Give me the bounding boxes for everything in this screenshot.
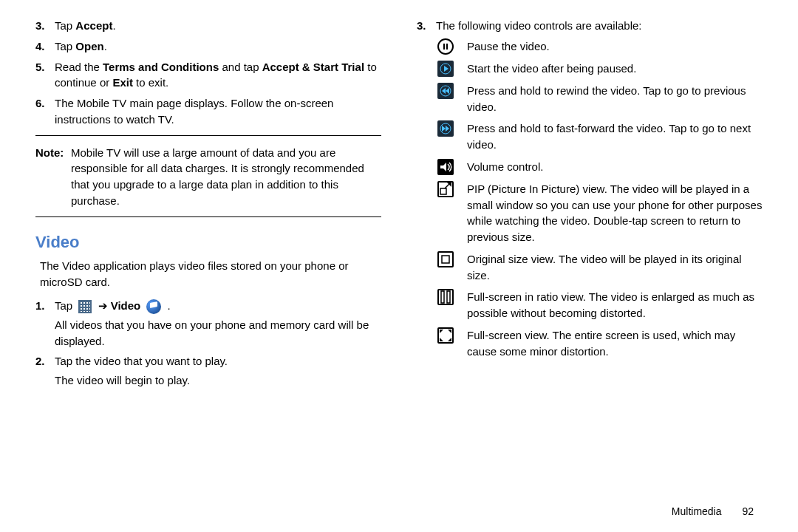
footer-page: 92 <box>742 505 754 517</box>
video-intro: The Video application plays video files … <box>40 258 381 290</box>
control-description: Press and hold to fast-forward the video… <box>467 120 763 153</box>
control-description: Pause the video. <box>467 38 763 55</box>
control-description: Press and hold to rewind the video. Tap … <box>467 83 763 115</box>
svg-rect-1 <box>446 44 448 50</box>
left-column: 3.Tap Accept.4.Tap Open.5.Read the Terms… <box>35 18 381 393</box>
svg-rect-11 <box>440 188 446 194</box>
step-number: 4. <box>35 38 55 55</box>
control-row: Volume control. <box>417 159 763 175</box>
control-row: Start the video after being paused. <box>417 61 763 77</box>
svg-rect-14 <box>441 291 444 303</box>
step-body: Tap ➔ Video .All videos that you have on… <box>55 298 381 349</box>
note-label: Note: <box>35 145 71 209</box>
svg-marker-9 <box>446 126 449 132</box>
svg-marker-16 <box>440 330 443 333</box>
step-subtext: All videos that you have on your phone a… <box>55 317 381 349</box>
video-app-icon <box>146 299 161 314</box>
svg-marker-19 <box>448 338 451 341</box>
svg-marker-18 <box>440 338 443 341</box>
svg-rect-15 <box>447 291 450 303</box>
svg-rect-0 <box>443 44 445 50</box>
pause-icon <box>437 38 454 55</box>
control-row: Press and hold to fast-forward the video… <box>417 120 763 153</box>
svg-marker-3 <box>444 66 449 72</box>
original-size-icon <box>437 251 454 267</box>
svg-marker-6 <box>446 88 449 94</box>
step-text: The following video controls are availab… <box>436 18 763 34</box>
control-row: Original size view. The video will be pl… <box>417 251 763 284</box>
footer-section: Multimedia <box>672 505 722 517</box>
control-description: Start the video after being paused. <box>467 61 763 77</box>
note-body: Mobile TV will use a large amount of dat… <box>71 145 381 209</box>
control-row: PIP (Picture In Picture) view. The video… <box>417 181 763 245</box>
step-number: 1. <box>35 298 55 349</box>
step-number: 2. <box>35 353 55 389</box>
step-number: 5. <box>35 59 55 92</box>
steps-list-a: 3.Tap Accept.4.Tap Open.5.Read the Terms… <box>35 18 381 128</box>
step-item: 6.The Mobile TV main page displays. Foll… <box>35 95 381 128</box>
control-description: Volume control. <box>467 159 763 175</box>
steps-list-b: 1.Tap ➔ Video .All videos that you have … <box>35 298 381 389</box>
control-description: Full-screen in ratio view. The video is … <box>467 289 763 321</box>
step-number: 6. <box>35 95 55 128</box>
control-row: Full-screen view. The entire screen is u… <box>417 327 763 360</box>
control-description: Full-screen view. The entire screen is u… <box>467 327 763 360</box>
step-body: The Mobile TV main page displays. Follow… <box>55 95 381 128</box>
fast-forward-icon <box>437 120 454 137</box>
step-body: Tap the video that you want to play.The … <box>55 353 381 389</box>
step-subtext: The video will begin to play. <box>55 372 381 389</box>
control-row: Press and hold to rewind the video. Tap … <box>417 83 763 115</box>
svg-marker-10 <box>440 163 446 171</box>
apps-grid-icon <box>78 300 92 313</box>
divider-top <box>35 135 381 136</box>
step-body: Read the Terms and Conditions and tap Ac… <box>55 59 381 92</box>
svg-rect-13 <box>442 256 449 263</box>
pip-icon <box>437 181 454 197</box>
play-icon <box>437 61 454 77</box>
control-row: Pause the video. <box>417 38 763 55</box>
divider-bottom <box>35 216 381 217</box>
step-body: Tap Open. <box>55 38 381 55</box>
step-item: 2.Tap the video that you want to play.Th… <box>35 353 381 389</box>
step-body: Tap Accept. <box>55 18 381 34</box>
step-number: 3. <box>417 18 436 34</box>
controls-lead: 3. The following video controls are avai… <box>417 18 763 34</box>
step-item: 3.Tap Accept. <box>35 18 381 34</box>
control-description: PIP (Picture In Picture) view. The video… <box>467 181 763 245</box>
step-item: 1.Tap ➔ Video .All videos that you have … <box>35 298 381 349</box>
rewind-icon <box>437 83 454 99</box>
page-footer: Multimedia 92 <box>672 504 754 519</box>
svg-marker-8 <box>442 126 446 132</box>
svg-marker-5 <box>442 88 446 94</box>
ratio-view-icon <box>437 289 454 305</box>
volume-icon <box>437 159 454 175</box>
control-row: Full-screen in ratio view. The video is … <box>417 289 763 321</box>
control-description: Original size view. The video will be pl… <box>467 251 763 284</box>
controls-table: Pause the video.Start the video after be… <box>417 38 763 360</box>
svg-marker-17 <box>448 330 451 333</box>
fullscreen-icon <box>437 327 454 344</box>
step-item: 5.Read the Terms and Conditions and tap … <box>35 59 381 92</box>
video-heading: Video <box>35 231 381 254</box>
note-block: Note: Mobile TV will use a large amount … <box>35 145 381 209</box>
step-item: 4.Tap Open. <box>35 38 381 55</box>
step-number: 3. <box>35 18 55 34</box>
right-column: 3. The following video controls are avai… <box>417 18 763 393</box>
